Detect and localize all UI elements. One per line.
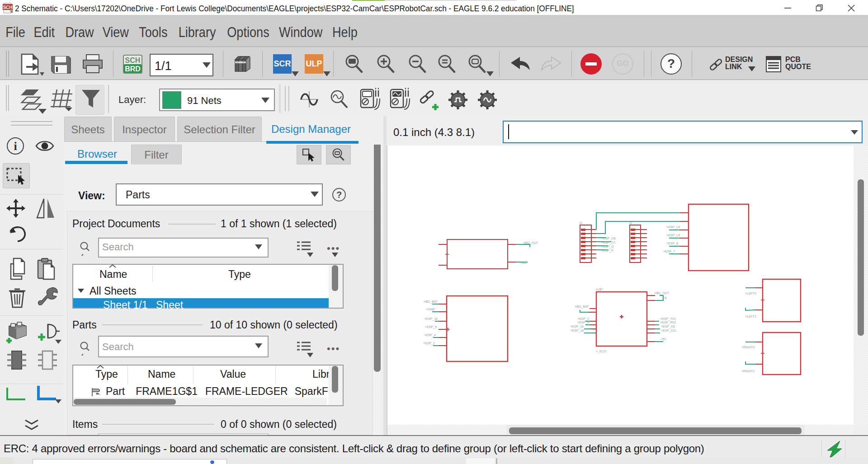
svg-text:+5C: +5C [660, 337, 666, 341]
svg-text:HB2_OUT: HB2_OUT [524, 241, 538, 245]
svg-text:HB2_BAT: HB2_BAT [424, 300, 438, 304]
svg-text:+ESP_2: +ESP_2 [423, 342, 435, 345]
svg-text:i: i [14, 140, 17, 153]
svg-text:+ESP_7: +ESP_7 [663, 250, 675, 253]
svg-text:B: B [665, 296, 667, 300]
svg-text:+ESP_4: +ESP_4 [424, 333, 436, 337]
svg-text:+ESP_16: +ESP_16 [424, 317, 438, 321]
svg-text:+ESP_Q: +ESP_Q [601, 245, 614, 248]
svg-text:SCH: SCH [3, 5, 12, 10]
svg-text:+ESP_2: +ESP_2 [577, 317, 589, 321]
svg-text:+ESP_L8: +ESP_L8 [666, 234, 680, 237]
svg-text:+ESP_5: +ESP_5 [425, 325, 437, 329]
svg-text:HB2: HB2 [521, 261, 527, 264]
svg-text:+LEFT2: +LEFT2 [745, 292, 756, 295]
svg-text:HB1_OUT: HB1_OUT [655, 291, 670, 295]
svg-text:+_ECO: +_ECO [596, 350, 607, 353]
svg-text:+ESP_4: +ESP_4 [577, 321, 589, 324]
svg-text:+ESP_16: +ESP_16 [570, 325, 584, 328]
svg-text:+GND: +GND [426, 308, 435, 311]
svg-text:+ESP_D5: +ESP_D5 [661, 325, 675, 328]
svg-text:BRD: BRD [125, 65, 141, 73]
svg-text:+ESP_RX2: +ESP_RX2 [660, 321, 676, 324]
svg-text:+RIGHT2: +RIGHT2 [741, 346, 755, 349]
svg-text:HB1_BAT: HB1_BAT [575, 305, 589, 309]
svg-text:+LEFT1: +LEFT1 [745, 315, 756, 318]
svg-text:J1: J1 [579, 221, 583, 225]
svg-text:+ESP_D1L: +ESP_D1L [661, 329, 677, 333]
svg-text:J2: J2 [629, 221, 632, 225]
svg-text:+ESP_P: +ESP_P [601, 249, 613, 253]
svg-text:+ESP_8: +ESP_8 [666, 242, 678, 245]
svg-text:SCH: SCH [125, 56, 141, 64]
svg-text:+ESP_CC: +ESP_CC [601, 241, 616, 244]
svg-text:+RIGHT1: +RIGHT1 [741, 370, 755, 373]
svg-text:+ESP_L8: +ESP_L8 [666, 225, 680, 229]
svg-text:+ESP_18: +ESP_18 [570, 329, 584, 333]
svg-text:+U$?: +U$? [595, 288, 603, 291]
svg-text:+ESP_TX2: +ESP_TX2 [660, 317, 676, 321]
svg-text:+ESP_CB: +ESP_CB [601, 237, 616, 240]
